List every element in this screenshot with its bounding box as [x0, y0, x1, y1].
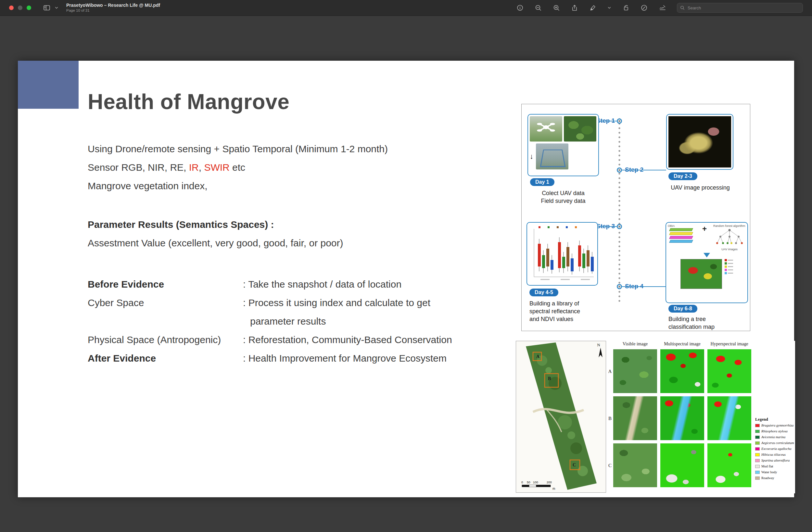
grid-cell-hyperspectral-b — [707, 396, 751, 440]
chevron-down-icon — [55, 6, 58, 10]
legend-label: Aegiceras corniculatum — [761, 441, 794, 445]
connector-line — [622, 170, 666, 171]
evidence-row-cyber: Cyber Space : Process it using index and… — [88, 293, 510, 312]
evidence-value: : Health Improvement for Mangrove Ecosys… — [243, 349, 447, 367]
scale-number: 200 — [547, 481, 552, 484]
markup-button[interactable] — [587, 4, 598, 11]
north-label: N — [597, 342, 600, 347]
signature-button[interactable] — [657, 4, 668, 11]
sensor-text: Sensor RGB, NIR, RE, — [88, 162, 189, 173]
step1-node — [617, 118, 622, 124]
species-map-figure: A B C N 0 50 100 200 m Visible image Mul… — [516, 341, 795, 493]
day6-8-panel: OBIA + Random forest algorithm — [666, 222, 748, 303]
evidence-value: : Process it using index and calculate t… — [243, 293, 430, 312]
evidence-label: Before Evidence — [88, 275, 243, 293]
search-input[interactable] — [687, 5, 800, 11]
drone-graphic — [530, 116, 562, 142]
scale-unit: m — [552, 487, 555, 490]
close-window-button[interactable] — [9, 5, 14, 10]
obia-layer-stack — [668, 227, 696, 246]
zoom-in-button[interactable] — [551, 4, 562, 11]
sensor-suffix: etc — [230, 162, 245, 173]
grid-cell-visible-a — [613, 349, 657, 393]
parameter-results-header: Parameter Results (Semantics Spaces) : — [88, 215, 510, 234]
legend-item: Mud flat — [755, 464, 794, 468]
site-map-panel: A B C N 0 50 100 200 m — [516, 341, 606, 493]
signature-icon — [659, 4, 667, 11]
chevron-down-icon — [607, 6, 611, 10]
evidence-row-after: After Evidence : Health Improvement for … — [88, 349, 510, 367]
page-indicator: Page 10 of 31 — [66, 9, 160, 13]
pdf-page: Health of Mangrove Using Drone/remote se… — [18, 61, 794, 497]
site-map-graphic: A B C N 0 50 100 200 m — [516, 341, 606, 492]
legend-label: Rhizophora stylosa — [761, 429, 788, 433]
evidence-value: : Reforestation, Community-Based Conserv… — [243, 330, 452, 349]
grid-cell-hyperspectral-a — [707, 349, 751, 393]
body-line-sensor: Sensor RGB, NIR, RE, IR, SWIR etc — [88, 158, 510, 177]
zoom-out-button[interactable] — [533, 4, 544, 11]
map-label-c: C — [572, 462, 576, 468]
classification-map-image — [680, 259, 722, 289]
evidence-label: Cyber Space — [88, 293, 243, 312]
toolbar-actions — [514, 4, 668, 11]
day6-8-caption: Building a tree classification map — [668, 315, 743, 331]
field-survey-photo — [536, 144, 568, 169]
legend-label: Avicennia marina — [761, 435, 785, 439]
scale-number: 100 — [533, 481, 538, 484]
evidence-value: : Take the snapshot / data of location — [243, 275, 402, 293]
window-controls — [9, 5, 31, 10]
evidence-label: Physical Space (Antropogenic) — [88, 330, 243, 349]
day4-5-caption: Building a library of spectral reflectan… — [530, 300, 604, 323]
legend-swatch — [755, 435, 760, 439]
classification-mini-legend — [725, 259, 733, 289]
connector-line — [599, 121, 617, 121]
zoom-out-icon — [535, 4, 542, 11]
legend-label: Water body — [761, 470, 777, 474]
day2-3-caption: UAV image processing — [661, 184, 739, 192]
legend-label: Roadway — [761, 476, 774, 480]
evidence-row-continuation: parameter results — [88, 312, 510, 330]
info-button[interactable] — [514, 4, 525, 11]
body-line-index: Mangrove vegetation index, — [88, 177, 510, 195]
legend-swatch — [755, 424, 760, 427]
sidebar-icon — [43, 4, 51, 11]
legend-title: Legend — [755, 417, 794, 422]
annotate-button[interactable] — [639, 4, 650, 11]
legend-label: Bruguiera gymnorrhiza — [761, 424, 794, 427]
column-header-hyperspectral: Hyperspectral image — [707, 341, 751, 347]
zoom-window-button[interactable] — [27, 5, 31, 10]
slide-title: Health of Mangrove — [88, 89, 289, 114]
rotate-icon — [622, 4, 629, 11]
grid-cell-multispectral-b — [660, 396, 704, 440]
uav-images-label: UAV images — [713, 248, 746, 251]
step3-node — [617, 224, 622, 229]
north-arrow-icon — [599, 348, 603, 357]
rotate-button[interactable] — [620, 4, 632, 11]
step2-node — [617, 167, 622, 173]
parameter-results-block: Parameter Results (Semantics Spaces) : A… — [88, 215, 510, 252]
decision-tree-diagram — [713, 227, 746, 246]
search-field[interactable] — [677, 3, 803, 13]
legend-label: Mud flat — [761, 464, 773, 468]
window-title-block: PrasetyoWibowo – Research Life @ MU.pdf … — [66, 3, 160, 13]
pen-circle-icon — [640, 4, 648, 11]
evidence-block: Before Evidence : Take the snapshot / da… — [88, 275, 510, 367]
grid-cell-visible-c — [613, 443, 657, 487]
legend-items: Bruguiera gymnorrhizaRhizophora stylosaA… — [755, 424, 794, 480]
legend-swatch — [755, 459, 760, 462]
sidebar-options-button[interactable] — [53, 6, 60, 10]
legend-item: Bruguiera gymnorrhiza — [755, 424, 794, 427]
legend-item: Water body — [755, 470, 794, 474]
row-label-a: A — [607, 369, 612, 374]
drone-photo — [530, 116, 562, 142]
info-icon — [517, 4, 524, 11]
sidebar-toggle-button[interactable] — [41, 4, 53, 11]
share-button[interactable] — [569, 4, 580, 11]
markup-options-button[interactable] — [606, 6, 613, 10]
day6-8-badge: Day 6-8 — [668, 305, 697, 313]
column-header-multispectral: Multispectral image — [660, 341, 704, 347]
down-arrow-icon: ↓ — [530, 153, 533, 160]
evidence-label — [88, 312, 243, 330]
grid-cell-multispectral-c — [660, 443, 704, 487]
minimize-window-button[interactable] — [18, 5, 23, 10]
